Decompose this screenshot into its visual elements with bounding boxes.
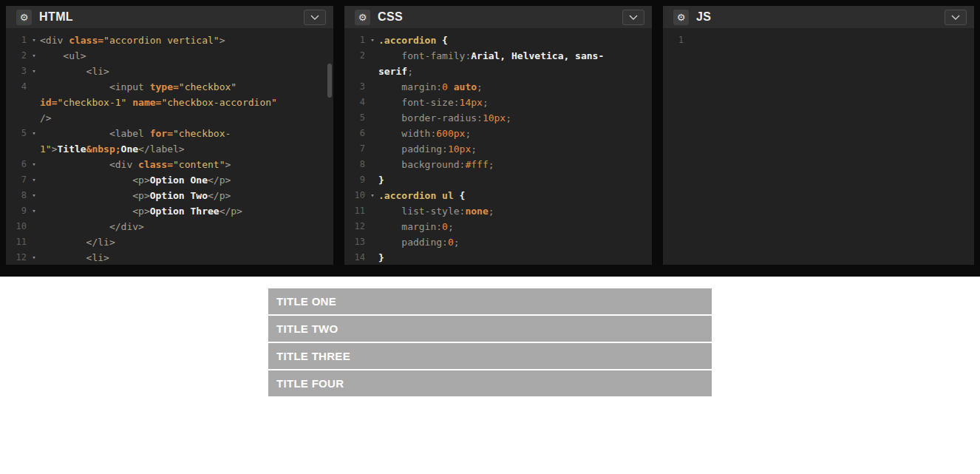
html-panel-header: ⚙ HTML: [6, 6, 333, 28]
gear-icon: ⚙: [20, 13, 29, 22]
code-line[interactable]: 9▾ <p>Option Three</p>: [6, 203, 333, 219]
css-editor-settings-button[interactable]: ⚙: [355, 10, 370, 25]
code-line[interactable]: 4 font-size:14px;: [344, 95, 652, 110]
accordion-title-bar[interactable]: TITLE ONE: [268, 288, 712, 314]
code-line[interactable]: 14}: [344, 250, 652, 265]
chevron-down-icon: [310, 15, 319, 20]
js-panel-header: ⚙ JS: [663, 6, 974, 28]
code-line[interactable]: 1▾<div class="accordion vertical">: [6, 33, 333, 48]
gear-icon: ⚙: [677, 13, 686, 22]
fold-arrow-icon[interactable]: ▾: [28, 172, 40, 188]
chevron-down-icon: [951, 15, 960, 20]
fold-gutter: [28, 95, 40, 110]
line-number: 9: [344, 172, 367, 188]
js-editor-panel: ⚙ JS 1: [663, 6, 974, 265]
line-number: 11: [6, 234, 28, 250]
accordion-title-bar[interactable]: TITLE TWO: [268, 316, 712, 342]
code-line[interactable]: 4 <input type="checkbox": [6, 79, 333, 95]
js-editor-settings-button[interactable]: ⚙: [673, 10, 689, 25]
code-text: serif;: [378, 64, 652, 79]
fold-gutter: [28, 219, 40, 234]
code-line[interactable]: 9}: [344, 172, 652, 188]
code-text: font-family:Arial, Helvetica, sans-: [378, 48, 652, 64]
code-text: <ul>: [40, 48, 333, 64]
fold-arrow-icon[interactable]: ▾: [28, 203, 40, 219]
line-number: 1: [663, 33, 685, 48]
fold-gutter: [28, 141, 40, 157]
code-line[interactable]: 7 padding:10px;: [344, 141, 652, 157]
code-line[interactable]: 11 list-style:none;: [344, 203, 652, 219]
code-line[interactable]: 10▾.accordion ul {: [344, 188, 652, 203]
line-number: 4: [6, 79, 28, 95]
html-editor-settings-button[interactable]: ⚙: [16, 10, 32, 25]
line-number: 8: [6, 188, 28, 203]
code-line[interactable]: 5▾ <label for="checkbox-: [6, 126, 333, 141]
line-number: 2: [6, 48, 28, 64]
line-number: [6, 141, 28, 157]
html-code-editor[interactable]: 1▾<div class="accordion vertical">2▾ <ul…: [6, 28, 333, 265]
code-text: background:#fff;: [378, 157, 652, 172]
code-line[interactable]: 11 </li>: [6, 234, 333, 250]
code-line[interactable]: 3 margin:0 auto;: [344, 79, 652, 95]
fold-gutter: [367, 157, 378, 172]
html-editor-panel: ⚙ HTML 1▾<div class="accordion vertical"…: [6, 6, 333, 265]
code-line[interactable]: />: [6, 110, 333, 126]
code-line[interactable]: serif;: [344, 64, 652, 79]
fold-arrow-icon[interactable]: ▾: [367, 188, 378, 203]
code-line[interactable]: 1: [663, 33, 974, 48]
css-panel-title: CSS: [378, 10, 403, 24]
fold-arrow-icon[interactable]: ▾: [28, 250, 40, 265]
fold-arrow-icon[interactable]: ▾: [28, 33, 40, 48]
fold-arrow-icon[interactable]: ▾: [28, 157, 40, 172]
line-number: 5: [6, 126, 28, 141]
fold-arrow-icon[interactable]: ▾: [28, 188, 40, 203]
code-line[interactable]: id="checkbox-1" name="checkbox-accordion…: [6, 95, 333, 110]
fold-gutter: [367, 141, 378, 157]
js-code-editor[interactable]: 1: [663, 28, 974, 265]
code-line[interactable]: 5 border-radius:10px;: [344, 110, 652, 126]
fold-arrow-icon[interactable]: ▾: [28, 64, 40, 79]
line-number: 10: [344, 188, 367, 203]
code-text: </div>: [40, 219, 333, 234]
line-number: 2: [344, 48, 367, 64]
code-line[interactable]: 10 </div>: [6, 219, 333, 234]
accordion-title-bar[interactable]: TITLE FOUR: [268, 370, 712, 396]
code-line[interactable]: 8 background:#fff;: [344, 157, 652, 172]
js-panel-title: JS: [696, 10, 711, 24]
code-line[interactable]: 7▾ <p>Option One</p>: [6, 172, 333, 188]
code-line[interactable]: 3▾ <li>: [6, 64, 333, 79]
line-number: 7: [6, 172, 28, 188]
line-number: 14: [344, 250, 367, 265]
code-line[interactable]: 2▾ <ul>: [6, 48, 333, 64]
fold-arrow-icon[interactable]: ▾: [367, 33, 378, 48]
css-code-editor[interactable]: 1▾.accordion {2 font-family:Arial, Helve…: [344, 28, 652, 265]
html-editor-menu-button[interactable]: [304, 10, 326, 25]
line-number: 11: [344, 203, 367, 219]
css-editor-menu-button[interactable]: [622, 10, 644, 25]
css-panel-header: ⚙ CSS: [344, 6, 652, 28]
code-line[interactable]: 6▾ <div class="content">: [6, 157, 333, 172]
code-line[interactable]: 12 margin:0;: [344, 219, 652, 234]
fold-arrow-icon[interactable]: ▾: [28, 48, 40, 64]
line-number: 1: [6, 33, 28, 48]
code-line[interactable]: 6 width:600px;: [344, 126, 652, 141]
code-text: <li>: [40, 64, 333, 79]
code-line[interactable]: 2 font-family:Arial, Helvetica, sans-: [344, 48, 652, 64]
code-line[interactable]: 8▾ <p>Option Two</p>: [6, 188, 333, 203]
accordion-title-bar[interactable]: TITLE THREE: [268, 343, 712, 369]
fold-arrow-icon[interactable]: ▾: [28, 126, 40, 141]
code-line[interactable]: 12▾ <li>: [6, 250, 333, 265]
fold-gutter: [367, 48, 378, 64]
js-editor-menu-button[interactable]: [945, 10, 967, 25]
code-line[interactable]: 1▾.accordion {: [344, 33, 652, 48]
fold-gutter: [28, 234, 40, 250]
code-text: margin:0;: [378, 219, 652, 234]
line-number: 4: [344, 95, 367, 110]
code-line[interactable]: 13 padding:0;: [344, 234, 652, 250]
fold-gutter: [367, 172, 378, 188]
code-line[interactable]: 1">Title&nbsp;One</label>: [6, 141, 333, 157]
fold-gutter: [28, 110, 40, 126]
html-editor-scrollbar[interactable]: [327, 64, 332, 98]
line-number: 7: [344, 141, 367, 157]
editor-preview-divider[interactable]: [0, 265, 980, 277]
